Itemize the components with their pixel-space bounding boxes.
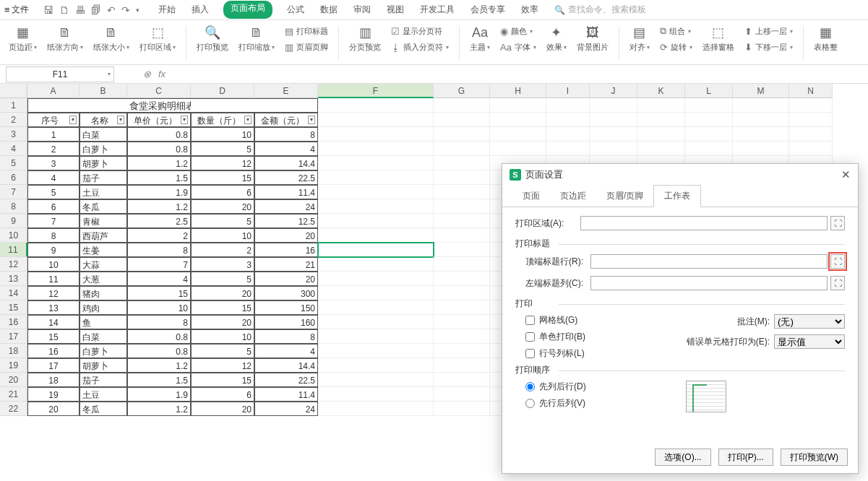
cell[interactable] — [318, 156, 434, 170]
cell[interactable]: 18 — [27, 373, 80, 387]
cell[interactable] — [733, 142, 789, 156]
row-header[interactable]: 9 — [0, 214, 27, 228]
column-header-M[interactable]: M — [733, 84, 789, 98]
cell[interactable] — [590, 142, 637, 156]
row-header[interactable]: 13 — [0, 272, 27, 286]
cell[interactable] — [685, 98, 733, 113]
dialog-titlebar[interactable]: S 页面设置 ✕ — [502, 164, 858, 186]
filter-icon[interactable]: ▾ — [308, 116, 315, 124]
cell[interactable] — [434, 170, 490, 185]
cell[interactable]: 15 — [27, 329, 80, 344]
gridlines-checkbox[interactable] — [525, 316, 535, 325]
cell[interactable] — [789, 98, 833, 113]
cell[interactable]: 1.9 — [127, 387, 191, 402]
theme-button[interactable]: Aa主题▾ — [467, 23, 493, 65]
cell[interactable]: 4 — [254, 142, 318, 156]
top-title-rows-picker-icon[interactable]: ⛶ — [830, 254, 845, 269]
cell[interactable] — [546, 142, 590, 156]
cell[interactable]: 2 — [191, 243, 254, 257]
cell[interactable]: 11 — [27, 272, 80, 286]
cell[interactable] — [637, 127, 685, 142]
table-tools-button[interactable]: ▦表格整 — [811, 23, 841, 65]
cell[interactable] — [546, 127, 590, 142]
filter-icon[interactable]: ▾ — [69, 116, 77, 124]
fx-icon[interactable]: fx — [158, 69, 166, 79]
row-header[interactable]: 16 — [0, 315, 27, 329]
tab-data[interactable]: 数据 — [319, 1, 339, 19]
cell[interactable] — [434, 315, 490, 329]
cell[interactable] — [637, 98, 685, 113]
font-button[interactable]: Aa字体▾ — [500, 40, 536, 53]
cell[interactable]: 金额（元）▾ — [254, 113, 318, 127]
cell[interactable]: 14.4 — [254, 358, 318, 373]
cell[interactable] — [789, 142, 833, 156]
dlg-tab-margins[interactable]: 页边距 — [550, 186, 596, 207]
cell[interactable] — [490, 113, 546, 127]
tab-review[interactable]: 审阅 — [352, 1, 372, 19]
cell[interactable] — [789, 113, 833, 127]
row-header[interactable]: 17 — [0, 329, 27, 344]
cell[interactable]: 胡萝卜 — [80, 156, 127, 170]
cell[interactable]: 11.4 — [254, 185, 318, 199]
left-title-cols-input[interactable] — [590, 276, 828, 290]
print-button[interactable]: 打印(P)... — [718, 448, 773, 466]
select-pane-button[interactable]: ⬚选择窗格 — [700, 23, 737, 65]
row-header[interactable]: 20 — [0, 373, 27, 387]
cell[interactable] — [318, 214, 434, 228]
tab-view[interactable]: 视图 — [385, 1, 405, 19]
qat-dropdown-icon[interactable]: ▾ — [136, 6, 139, 14]
cell[interactable] — [434, 142, 490, 156]
cell[interactable] — [637, 113, 685, 127]
column-header-D[interactable]: D — [191, 84, 254, 98]
errors-select[interactable]: 显示值 — [774, 334, 845, 349]
cell[interactable]: 10 — [127, 300, 191, 315]
column-header-J[interactable]: J — [590, 84, 637, 98]
row-header[interactable]: 21 — [0, 387, 27, 402]
cell[interactable] — [546, 113, 590, 127]
cell[interactable]: 2.5 — [127, 214, 191, 228]
cell[interactable]: 名称▾ — [80, 113, 127, 127]
tab-efficiency[interactable]: 效率 — [520, 1, 540, 19]
cell[interactable]: 20 — [27, 402, 80, 416]
cell[interactable] — [434, 257, 490, 272]
cell[interactable]: 24 — [254, 199, 318, 214]
cell[interactable]: 21 — [254, 257, 318, 272]
cell[interactable]: 1.2 — [127, 358, 191, 373]
save-icon[interactable]: 🖫 — [43, 4, 53, 16]
cell[interactable]: 1.9 — [127, 185, 191, 199]
command-search[interactable]: 🔍 查找命令、搜索模板 — [554, 4, 646, 16]
cell[interactable] — [318, 300, 434, 315]
cell[interactable]: 15 — [191, 170, 254, 185]
cell[interactable] — [434, 228, 490, 243]
row-header[interactable]: 15 — [0, 300, 27, 315]
cell[interactable]: 300 — [254, 286, 318, 300]
align-button[interactable]: ▤对齐▾ — [627, 23, 653, 65]
print-titles-button[interactable]: ▤打印标题 — [285, 25, 328, 38]
cell[interactable] — [318, 199, 434, 214]
cell[interactable]: 11.4 — [254, 387, 318, 402]
header-footer-button[interactable]: ▥页眉页脚 — [285, 40, 328, 53]
cell[interactable]: 生姜 — [80, 243, 127, 257]
cell[interactable]: 5 — [191, 344, 254, 358]
cell[interactable]: 6 — [191, 387, 254, 402]
cell[interactable] — [434, 127, 490, 142]
print-area-input[interactable] — [580, 216, 828, 230]
cell[interactable] — [590, 98, 637, 113]
cell[interactable]: 19 — [27, 387, 80, 402]
cell[interactable]: 7 — [27, 214, 80, 228]
cell[interactable]: 6 — [27, 199, 80, 214]
cell[interactable]: 鱼 — [80, 315, 127, 329]
row-header[interactable]: 10 — [0, 228, 27, 243]
cell[interactable]: 单价（元）▾ — [127, 113, 191, 127]
row-header[interactable]: 18 — [0, 344, 27, 358]
print-area-button[interactable]: ⬚打印区域▾ — [137, 23, 179, 65]
cell[interactable]: 12 — [191, 156, 254, 170]
column-header-E[interactable]: E — [254, 84, 318, 98]
cell[interactable]: 10 — [191, 329, 254, 344]
cell[interactable]: 22.5 — [254, 373, 318, 387]
cell[interactable]: 8 — [27, 228, 80, 243]
tab-start[interactable]: 开始 — [157, 1, 177, 19]
cell[interactable]: 白萝卜 — [80, 344, 127, 358]
cell[interactable] — [434, 272, 490, 286]
cell[interactable]: 5 — [27, 185, 80, 199]
